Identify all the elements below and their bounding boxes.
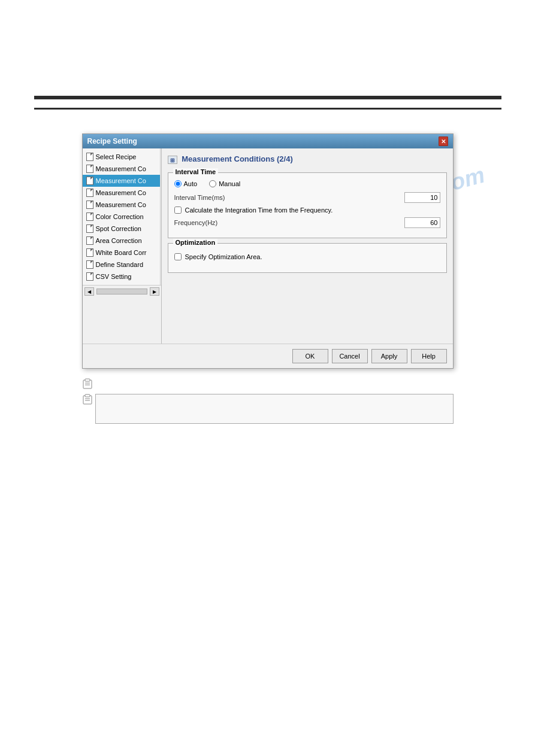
frequency-row: Frequency(Hz) <box>174 217 440 228</box>
nav-item-white-board[interactable]: White Board Corr <box>83 247 160 259</box>
calculate-checkbox-row: Calculate the Integration Time from the … <box>174 207 440 214</box>
nav-list: Select Recipe Measurement Co Measurement… <box>83 148 161 285</box>
doc-icon <box>86 236 93 245</box>
clipboard-icon-1 <box>82 378 93 389</box>
doc-icon <box>86 212 93 221</box>
frequency-label: Frequency(Hz) <box>174 219 218 226</box>
top-bar-thick <box>34 96 501 99</box>
scroll-track[interactable] <box>96 289 147 294</box>
note-box <box>95 394 454 424</box>
nav-item-spot-correction[interactable]: Spot Correction <box>83 223 160 235</box>
nav-item-area-correction[interactable]: Area Correction <box>83 235 160 247</box>
radio-auto[interactable]: Auto <box>174 180 198 187</box>
top-bar-thin <box>34 108 501 110</box>
panel-title: ⊞ Measurement Conditions (2/4) <box>168 154 447 166</box>
scroll-right-button[interactable]: ▶ <box>150 287 159 296</box>
spacer <box>168 278 447 338</box>
scroll-left-button[interactable]: ◀ <box>84 287 94 296</box>
radio-row: Auto Manual <box>174 180 440 187</box>
apply-button[interactable]: Apply <box>371 349 407 363</box>
doc-icon <box>86 189 93 197</box>
interval-time-group: Interval Time Auto Manual Interva <box>168 172 447 238</box>
interval-time-title: Interval Time <box>173 168 219 175</box>
optimization-title: Optimization <box>173 239 218 246</box>
optimization-checkbox-row: Specify Optimization Area. <box>174 253 440 260</box>
nav-scroll-area: ◀ ▶ <box>83 285 161 297</box>
doc-icon <box>86 201 93 209</box>
dialog-titlebar: Recipe Setting ✕ <box>83 134 453 148</box>
interval-time-input[interactable] <box>404 192 440 203</box>
calculate-checkbox[interactable] <box>174 207 182 214</box>
interval-time-row: Interval Time(ms) <box>174 192 440 203</box>
doc-icon <box>86 260 93 269</box>
nav-item-define-standard[interactable]: Define Standard <box>83 259 160 271</box>
note-icons-row-2 <box>82 394 454 424</box>
svg-rect-1 <box>85 379 90 381</box>
note-section <box>82 378 454 424</box>
doc-icon <box>86 153 93 161</box>
doc-icon <box>86 224 93 233</box>
recipe-setting-dialog: Recipe Setting ✕ Select Recipe Measureme… <box>82 133 454 369</box>
dialog-wrapper: Recipe Setting ✕ Select Recipe Measureme… <box>82 133 454 424</box>
optimization-checkbox[interactable] <box>174 253 182 260</box>
svg-rect-5 <box>85 394 90 397</box>
nav-item-measurement-3[interactable]: Measurement Co <box>83 187 160 199</box>
dialog-body: Select Recipe Measurement Co Measurement… <box>83 148 453 344</box>
nav-item-measurement-1[interactable]: Measurement Co <box>83 163 160 175</box>
nav-item-select-recipe[interactable]: Select Recipe <box>83 151 160 163</box>
cancel-button[interactable]: Cancel <box>332 349 368 363</box>
nav-item-measurement-4[interactable]: Measurement Co <box>83 199 160 211</box>
dialog-titlebar-left: Recipe Setting <box>87 137 137 145</box>
doc-icon <box>86 177 93 185</box>
manual-radio[interactable] <box>209 180 216 187</box>
optimization-group: Optimization Specify Optimization Area. <box>168 243 447 273</box>
nav-item-csv-setting[interactable]: CSV Setting <box>83 271 160 283</box>
radio-manual[interactable]: Manual <box>209 180 240 187</box>
doc-icon <box>86 248 93 257</box>
clipboard-icon-2 <box>82 394 93 405</box>
dialog-close-button[interactable]: ✕ <box>439 136 448 146</box>
nav-panel: Select Recipe Measurement Co Measurement… <box>83 148 162 344</box>
nav-item-measurement-2[interactable]: Measurement Co <box>83 175 160 187</box>
doc-icon <box>86 165 93 173</box>
ok-button[interactable]: OK <box>292 349 328 363</box>
nav-item-color-correction[interactable]: Color Correction <box>83 211 160 223</box>
dialog-buttons: OK Cancel Apply Help <box>83 344 453 368</box>
auto-radio[interactable] <box>174 180 182 187</box>
help-button[interactable]: Help <box>411 349 447 363</box>
note-icon-1 <box>82 378 93 389</box>
dialog-title: Recipe Setting <box>87 137 137 145</box>
interval-time-label: Interval Time(ms) <box>174 194 225 201</box>
frequency-input[interactable] <box>404 217 440 228</box>
note-icon-2 <box>82 394 93 405</box>
doc-icon <box>86 272 93 281</box>
right-panel: ⊞ Measurement Conditions (2/4) Interval … <box>162 148 453 344</box>
note-icons-row <box>82 378 454 391</box>
